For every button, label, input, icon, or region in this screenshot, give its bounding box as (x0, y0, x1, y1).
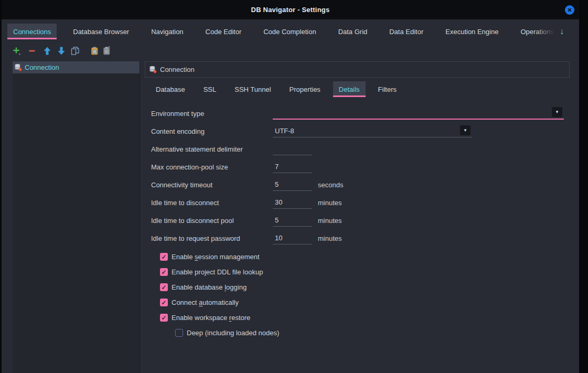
checkbox-row: ✓ Deep (including loaded nodes) (175, 325, 570, 340)
field-label: Max connection-pool size (151, 163, 273, 171)
connection-list-item-label: Connection (25, 63, 59, 71)
tab-execution-engine[interactable]: Execution Engine (440, 24, 504, 39)
input-value: 5 (273, 180, 279, 190)
idle-time-to-disconnect-pool-input[interactable]: 5 (273, 215, 312, 227)
label-text: Deep (including loaded nodes) (187, 329, 279, 337)
tab-label: SSH Tunnel (234, 86, 271, 93)
tab-code-editor[interactable]: Code Editor (200, 24, 248, 39)
title-bar: DB Navigator - Settings ✕ (2, 0, 579, 19)
tab-underline (7, 38, 57, 39)
field-label: Environment type (151, 110, 273, 118)
copy-connections-to-clipboard-icon[interactable] (90, 46, 99, 56)
enable-session-management-checkbox[interactable]: ✓ (160, 253, 168, 261)
deep-including-loaded-nodes-checkbox[interactable]: ✓ (175, 329, 183, 337)
field-row: Idle time to disconnect pool 5 minutes (151, 211, 570, 229)
enable-project-ddl-file-lookup-checkbox[interactable]: ✓ (160, 268, 168, 276)
field-label: Idle time to request password (151, 235, 273, 242)
tab-filters[interactable]: Filters (372, 81, 402, 97)
tab-label: Connections (13, 28, 51, 36)
label-text: Enable project DDL file lookup (172, 268, 263, 276)
label-text: ogging (226, 283, 247, 291)
label-text: ession management (198, 253, 260, 261)
input-value: 5 (273, 216, 279, 226)
close-button[interactable]: ✕ (565, 5, 574, 15)
combobox-value (273, 116, 275, 119)
tab-data-editor[interactable]: Data Editor (383, 24, 429, 39)
checkbox-label: Enable database logging (172, 283, 247, 291)
tab-label: Data Editor (389, 28, 423, 36)
panel-header-label: Connection (160, 66, 195, 73)
move-down-icon[interactable] (57, 46, 66, 56)
tab-operations[interactable]: Operations (515, 24, 560, 39)
duplicate-connection-icon[interactable] (70, 46, 80, 56)
checkbox-row: ✓ Enable project DDL file lookup (160, 264, 570, 280)
input-value: 30 (273, 198, 282, 208)
database-connection-icon (149, 66, 157, 73)
database-connection-icon (14, 63, 22, 71)
check-icon: ✓ (161, 315, 166, 321)
tab-label: Data Grid (338, 28, 368, 36)
field-label: Connectivity timeout (151, 181, 273, 189)
check-icon: ✓ (161, 269, 166, 275)
tab-database[interactable]: Database (150, 81, 191, 97)
label-text: Connect (172, 299, 199, 306)
label-text: Enable database (172, 283, 224, 291)
tab-data-grid[interactable]: Data Grid (333, 24, 373, 39)
tab-details[interactable]: Details (333, 81, 366, 97)
tab-label: Details (339, 86, 360, 93)
field-row: Max connection-pool size 7 (151, 158, 570, 176)
environment-type-combobox[interactable]: ▾ (273, 108, 564, 120)
combobox-value: UTF-8 (273, 127, 294, 137)
field-row: Connectivity timeout 5 seconds (151, 176, 570, 194)
tab-underline (333, 95, 366, 97)
settings-dialog: DB Navigator - Settings ✕ Connections Da… (2, 0, 579, 373)
chevron-down-icon[interactable]: ▾ (552, 107, 562, 117)
tab-navigation[interactable]: Navigation (145, 24, 189, 39)
enable-database-logging-checkbox[interactable]: ✓ (160, 283, 168, 291)
input-value (273, 153, 275, 155)
tab-connections[interactable]: Connections (7, 24, 57, 39)
tab-ssl[interactable]: SSL (198, 81, 222, 97)
alternative-statement-delimiter-input[interactable] (273, 143, 312, 155)
field-row: Alternative statement delimiter (151, 140, 570, 158)
add-connection-icon[interactable] (12, 46, 22, 56)
connection-list-item[interactable]: Connection (13, 61, 140, 73)
idle-time-to-disconnect-input[interactable]: 30 (273, 197, 312, 209)
field-label: Idle time to disconnect pool (151, 217, 273, 225)
label-text: Enable (172, 253, 195, 261)
remove-connection-icon[interactable] (27, 46, 37, 56)
tab-database-browser[interactable]: Database Browser (67, 24, 135, 39)
field-row: Idle time to disconnect 30 minutes (151, 194, 570, 211)
enable-workspace-restore-checkbox[interactable]: ✓ (160, 314, 168, 322)
field-label: Content encoding (151, 127, 273, 135)
checkbox-row: ✓ Connect automatically (160, 295, 570, 310)
input-value: 7 (273, 163, 279, 173)
connection-list: Connection (13, 61, 140, 373)
tab-label: Filters (378, 86, 397, 93)
max-connection-pool-size-input[interactable]: 7 (273, 161, 312, 173)
paste-connections-from-clipboard-icon[interactable] (102, 46, 111, 56)
tab-properties[interactable]: Properties (284, 81, 326, 97)
connectivity-timeout-input[interactable]: 5 (273, 179, 312, 191)
tab-label: Database (156, 86, 185, 93)
input-value: 10 (273, 234, 282, 244)
checkbox-label: Connect automatically (172, 299, 239, 306)
tab-label: Operations (520, 28, 554, 36)
tab-ssh-tunnel[interactable]: SSH Tunnel (229, 81, 276, 97)
settings-tab-bar: Connections Database Browser Navigation … (7, 24, 560, 39)
field-unit: seconds (318, 181, 343, 189)
chevron-down-icon[interactable]: ▾ (460, 125, 471, 135)
checkbox-label: Deep (including loaded nodes) (187, 329, 279, 337)
idle-time-to-request-password-input[interactable]: 10 (273, 232, 312, 244)
tab-code-completion[interactable]: Code Completion (258, 24, 322, 39)
details-form: Environment type ▾ Content encoding UTF-… (151, 104, 570, 340)
connect-automatically-checkbox[interactable]: ✓ (160, 299, 168, 306)
checkbox-label: Enable project DDL file lookup (172, 268, 263, 276)
field-unit: minutes (318, 199, 342, 207)
tab-overflow-arrow-icon[interactable]: ↓ (560, 24, 564, 39)
move-up-icon[interactable] (42, 46, 52, 56)
label-text: estore (231, 314, 250, 322)
tab-label: Execution Engine (445, 28, 498, 36)
content-encoding-combobox[interactable]: UTF-8 ▾ (273, 125, 472, 137)
label-text: Enable workspace (172, 314, 229, 322)
